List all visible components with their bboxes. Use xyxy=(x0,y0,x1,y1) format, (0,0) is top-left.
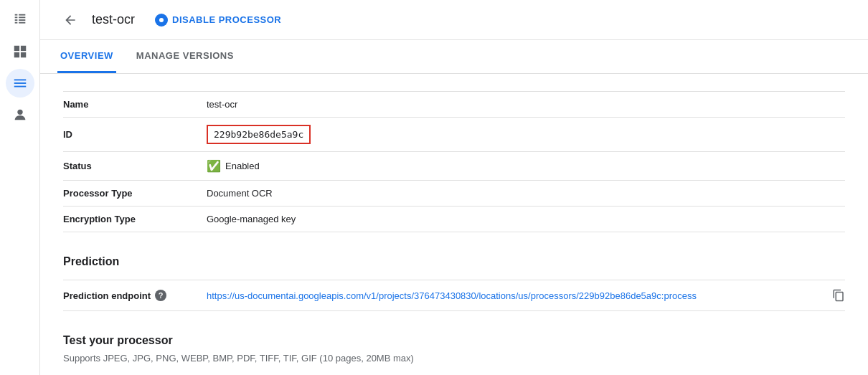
sidebar-icon-users[interactable] xyxy=(6,100,34,129)
svg-rect-7 xyxy=(19,22,25,24)
test-section-title: Test your processor xyxy=(63,334,845,347)
test-section-subtitle: Supports JPEG, JPG, PNG, WEBP, BMP, PDF,… xyxy=(63,353,845,364)
info-label-id: ID xyxy=(63,129,207,140)
prediction-endpoint-row: Prediction endpoint ? https://us-documen… xyxy=(63,280,845,311)
info-value-status: ✅ Enabled xyxy=(207,159,260,173)
sidebar-icon-document-list[interactable] xyxy=(6,6,34,34)
info-value-processor-type: Document OCR xyxy=(207,188,273,199)
disable-processor-button[interactable]: DISABLE PROCESSOR xyxy=(155,14,281,27)
content-area: Name test-ocr ID 229b92be86de5a9c Status… xyxy=(40,74,868,375)
page-title: test-ocr xyxy=(92,12,135,27)
svg-point-15 xyxy=(17,110,22,115)
svg-rect-2 xyxy=(14,19,17,21)
info-row-id: ID 229b92be86de5a9c xyxy=(63,118,845,152)
info-label-name: Name xyxy=(63,99,207,110)
disable-icon xyxy=(155,14,168,27)
back-button[interactable] xyxy=(57,7,83,33)
info-label-encryption-type: Encryption Type xyxy=(63,214,207,224)
svg-rect-1 xyxy=(14,16,17,18)
copy-icon[interactable] xyxy=(832,289,845,302)
sidebar xyxy=(0,0,40,375)
prediction-endpoint-url: https://us-documentai.googleapis.com/v1/… xyxy=(207,290,826,301)
info-row-name: Name test-ocr xyxy=(63,91,845,118)
info-row-processor-type: Processor Type Document OCR xyxy=(63,181,845,207)
info-table: Name test-ocr ID 229b92be86de5a9c Status… xyxy=(63,91,845,232)
prediction-title: Prediction xyxy=(63,255,845,268)
info-value-id: 229b92be86de5a9c xyxy=(207,125,311,144)
svg-rect-10 xyxy=(14,52,19,57)
info-label-status: Status xyxy=(63,161,207,171)
svg-rect-5 xyxy=(19,19,25,21)
svg-rect-8 xyxy=(14,46,19,51)
svg-rect-11 xyxy=(20,52,25,57)
tab-manage-versions[interactable]: MANAGE VERSIONS xyxy=(133,40,237,73)
svg-rect-13 xyxy=(14,82,26,84)
prediction-endpoint-label: Prediction endpoint ? xyxy=(63,290,207,301)
sidebar-icon-dashboard[interactable] xyxy=(6,37,34,66)
info-row-encryption-type: Encryption Type Google-managed key xyxy=(63,207,845,232)
svg-rect-4 xyxy=(19,16,25,18)
info-label-processor-type: Processor Type xyxy=(63,188,207,199)
svg-rect-3 xyxy=(19,14,25,16)
tab-overview[interactable]: OVERVIEW xyxy=(57,40,116,73)
info-value-encryption-type: Google-managed key xyxy=(207,214,296,224)
help-icon[interactable]: ? xyxy=(155,290,166,301)
svg-rect-9 xyxy=(20,46,25,51)
info-row-status: Status ✅ Enabled xyxy=(63,152,845,181)
svg-rect-14 xyxy=(14,86,26,87)
svg-rect-12 xyxy=(14,80,26,81)
svg-rect-6 xyxy=(14,22,17,24)
main-content: test-ocr DISABLE PROCESSOR OVERVIEW MANA… xyxy=(40,0,868,375)
test-section: Test your processor Supports JPEG, JPG, … xyxy=(63,334,845,375)
status-check-icon: ✅ xyxy=(207,159,221,173)
prediction-section: Prediction Prediction endpoint ? https:/… xyxy=(63,255,845,311)
info-value-name: test-ocr xyxy=(207,99,237,110)
header: test-ocr DISABLE PROCESSOR xyxy=(40,0,868,40)
sidebar-icon-processors[interactable] xyxy=(6,69,34,98)
tabs-bar: OVERVIEW MANAGE VERSIONS xyxy=(40,40,868,74)
svg-rect-0 xyxy=(14,14,17,16)
